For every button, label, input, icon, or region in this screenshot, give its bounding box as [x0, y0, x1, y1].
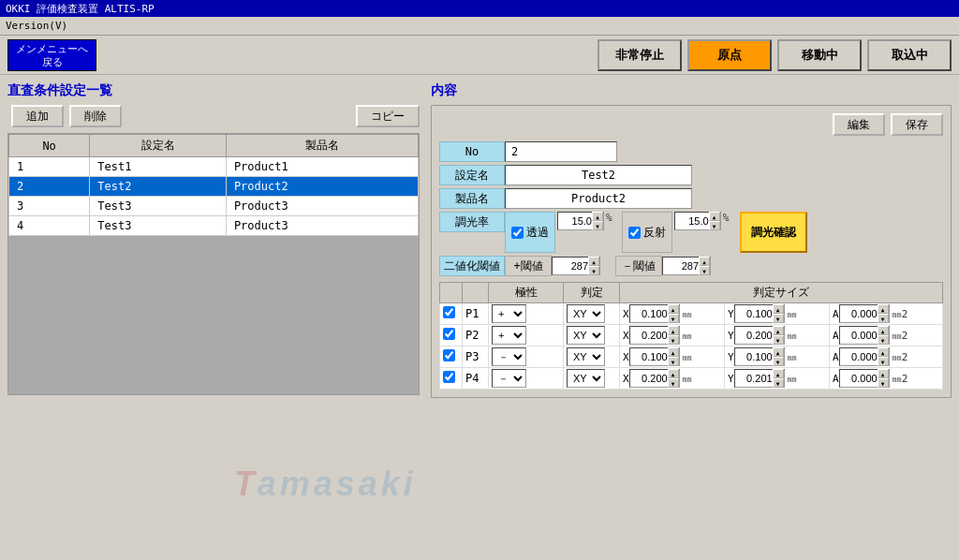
- param-a-down[interactable]: ▼: [878, 378, 889, 388]
- param-a-spinbox[interactable]: ▲▼: [839, 304, 890, 323]
- reflect-up-arrow[interactable]: ▲: [709, 212, 720, 221]
- param-a-down[interactable]: ▼: [878, 314, 889, 323]
- param-checkbox-cell[interactable]: [440, 346, 463, 368]
- param-y-up[interactable]: ▲: [773, 326, 784, 335]
- save-button[interactable]: 保存: [891, 113, 943, 136]
- plus-thresh-arrows[interactable]: ▲ ▼: [588, 257, 599, 275]
- moving-button[interactable]: 移動中: [777, 39, 862, 71]
- param-x-spinbox[interactable]: ▲▼: [629, 304, 680, 323]
- param-polarity-select[interactable]: +－: [492, 326, 526, 345]
- param-x-up[interactable]: ▲: [668, 304, 679, 314]
- param-x-spinbox[interactable]: ▲▼: [629, 326, 680, 345]
- param-x-arrows[interactable]: ▲▼: [668, 369, 679, 388]
- param-judgment-select[interactable]: XYXYA: [567, 347, 605, 366]
- reflect-checkbox-label[interactable]: 反射: [622, 212, 672, 253]
- minus-thresh-arrows[interactable]: ▲ ▼: [699, 257, 710, 275]
- emergency-stop-button[interactable]: 非常停止: [598, 39, 682, 71]
- param-a-arrows[interactable]: ▲▼: [878, 347, 889, 366]
- param-a-up[interactable]: ▲: [878, 347, 889, 357]
- param-y-arrows[interactable]: ▲▼: [773, 304, 784, 323]
- param-a-arrows[interactable]: ▲▼: [878, 304, 889, 323]
- reflect-checkbox[interactable]: [628, 227, 641, 239]
- param-x-input[interactable]: [630, 308, 668, 319]
- param-a-arrows[interactable]: ▲▼: [878, 326, 889, 345]
- param-y-up[interactable]: ▲: [773, 347, 784, 357]
- param-x-up[interactable]: ▲: [668, 347, 679, 357]
- param-checkbox-P2[interactable]: [443, 328, 455, 340]
- param-y-spinbox[interactable]: ▲▼: [734, 369, 785, 388]
- param-checkbox-P3[interactable]: [443, 349, 455, 361]
- param-checkbox-P4[interactable]: [443, 371, 455, 383]
- delete-button[interactable]: 削除: [69, 105, 122, 127]
- param-y-spinbox[interactable]: ▲▼: [734, 347, 785, 366]
- param-y-spinbox[interactable]: ▲▼: [734, 326, 785, 345]
- param-y-down[interactable]: ▼: [773, 335, 784, 345]
- param-a-spinbox[interactable]: ▲▼: [839, 326, 890, 345]
- reflect-spinbox[interactable]: ▲ ▼: [674, 212, 721, 230]
- param-y-arrows[interactable]: ▲▼: [773, 326, 784, 345]
- param-a-up[interactable]: ▲: [878, 304, 889, 314]
- origin-button[interactable]: 原点: [687, 39, 772, 71]
- plus-thresh-up[interactable]: ▲: [588, 257, 599, 266]
- param-y-down[interactable]: ▼: [773, 378, 784, 388]
- param-y-down[interactable]: ▼: [773, 357, 784, 366]
- table-row[interactable]: 1Test1Product1: [9, 157, 419, 177]
- param-y-spinbox[interactable]: ▲▼: [734, 304, 785, 323]
- param-judgment-select[interactable]: XYXYA: [567, 369, 605, 388]
- param-y-up[interactable]: ▲: [773, 304, 784, 314]
- param-y-input[interactable]: [735, 308, 773, 319]
- param-judgment-cell[interactable]: XYXYA: [564, 368, 620, 390]
- param-a-down[interactable]: ▼: [878, 335, 889, 345]
- back-button[interactable]: メンメニューへ 戻る: [7, 39, 96, 71]
- param-x-spinbox[interactable]: ▲▼: [629, 347, 680, 366]
- param-a-spinbox[interactable]: ▲▼: [839, 347, 890, 366]
- param-polarity-select[interactable]: +－: [492, 347, 526, 366]
- param-checkbox-P1[interactable]: [443, 306, 455, 318]
- param-x-up[interactable]: ▲: [668, 326, 679, 335]
- param-x-up[interactable]: ▲: [668, 369, 679, 378]
- param-x-arrows[interactable]: ▲▼: [668, 326, 679, 345]
- param-judgment-select[interactable]: XYXYA: [567, 304, 605, 323]
- minus-thresh-down[interactable]: ▼: [699, 266, 710, 275]
- param-x-input[interactable]: [630, 351, 668, 362]
- param-polarity-cell[interactable]: +－: [489, 368, 564, 390]
- param-a-input[interactable]: [840, 351, 878, 362]
- reflect-down-arrow[interactable]: ▼: [709, 221, 720, 230]
- copy-button[interactable]: コピー: [356, 105, 420, 127]
- minus-thresh-up[interactable]: ▲: [699, 257, 710, 266]
- param-x-arrows[interactable]: ▲▼: [668, 347, 679, 366]
- transmit-down-arrow[interactable]: ▼: [592, 221, 603, 230]
- param-a-up[interactable]: ▲: [878, 369, 889, 378]
- add-button[interactable]: 追加: [11, 105, 64, 127]
- param-x-arrows[interactable]: ▲▼: [668, 304, 679, 323]
- edit-button[interactable]: 編集: [833, 113, 885, 136]
- param-checkbox-cell[interactable]: [440, 368, 463, 390]
- param-a-input[interactable]: [840, 373, 878, 384]
- param-x-input[interactable]: [630, 330, 668, 341]
- param-judgment-cell[interactable]: XYXYA: [564, 325, 620, 346]
- param-x-down[interactable]: ▼: [668, 335, 679, 345]
- transmit-arrows[interactable]: ▲ ▼: [592, 212, 603, 230]
- param-y-input[interactable]: [735, 330, 773, 341]
- transmit-spinbox[interactable]: ▲ ▼: [557, 212, 604, 230]
- plus-thresh-value[interactable]: [553, 260, 588, 272]
- transmit-value[interactable]: [558, 215, 592, 227]
- param-y-arrows[interactable]: ▲▼: [773, 369, 784, 388]
- plus-thresh-down[interactable]: ▼: [588, 266, 599, 275]
- transmit-up-arrow[interactable]: ▲: [592, 212, 603, 221]
- param-polarity-select[interactable]: +－: [492, 304, 526, 323]
- param-a-up[interactable]: ▲: [878, 326, 889, 335]
- reflect-arrows[interactable]: ▲ ▼: [709, 212, 720, 230]
- param-polarity-cell[interactable]: +－: [489, 346, 564, 368]
- param-checkbox-cell[interactable]: [440, 325, 463, 346]
- param-y-arrows[interactable]: ▲▼: [773, 347, 784, 366]
- param-y-up[interactable]: ▲: [773, 369, 784, 378]
- reflect-value[interactable]: [675, 215, 709, 227]
- param-checkbox-cell[interactable]: [440, 303, 463, 325]
- param-a-input[interactable]: [840, 330, 878, 341]
- param-judgment-select[interactable]: XYXYA: [567, 326, 605, 345]
- param-y-down[interactable]: ▼: [773, 314, 784, 323]
- param-x-down[interactable]: ▼: [668, 314, 679, 323]
- minus-thresh-value[interactable]: [663, 260, 699, 272]
- table-row[interactable]: 4Test3Product3: [9, 216, 419, 236]
